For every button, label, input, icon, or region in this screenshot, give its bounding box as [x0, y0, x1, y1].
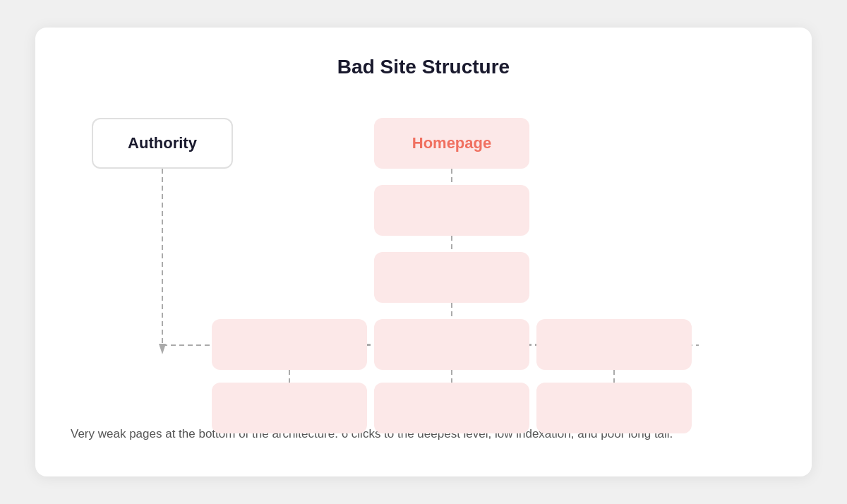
authority-box: Authority	[92, 118, 233, 169]
authority-label: Authority	[128, 134, 197, 152]
diagram: Authority Homepage	[71, 104, 776, 407]
row4-center-box	[374, 319, 529, 370]
row5-right-box	[536, 383, 692, 433]
page-title: Bad Site Structure	[71, 56, 776, 78]
homepage-label: Homepage	[412, 134, 491, 152]
row2-center-box	[374, 185, 529, 236]
row3-center-box	[374, 252, 529, 303]
row5-center-box	[374, 383, 529, 433]
row4-right-box	[536, 319, 692, 370]
homepage-box: Homepage	[374, 118, 529, 169]
svg-marker-1	[159, 344, 166, 354]
row4-left-box	[212, 319, 367, 370]
card: Bad Site Structure Authority	[35, 28, 812, 476]
row5-left-box	[212, 383, 367, 433]
